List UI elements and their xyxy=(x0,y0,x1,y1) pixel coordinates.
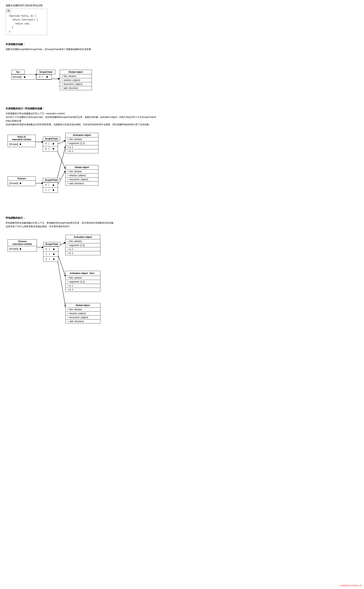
fun-scope-dot: ● xyxy=(24,75,26,79)
global-obj-1-row1: + window: (object) xyxy=(60,78,92,82)
closure-ctx-header: Closure execution context xyxy=(8,239,37,246)
section1-title: 外层函数的创建： xyxy=(6,43,157,46)
closure-header: Closure xyxy=(8,177,35,181)
section2: 外层函数的执行 / 闭包函数的创建： 外层函数执行时会创建建运行时上下文（exe… xyxy=(6,107,157,209)
sc2-row1: 0 ● xyxy=(43,146,58,151)
code-block: js function fun(a, b) { return function(… xyxy=(6,9,47,35)
fun-ctx-box: fun(1,2) execution context [[Scope]] ● xyxy=(7,135,36,147)
closure-box: Closure [[Scope]] ● xyxy=(7,176,36,186)
scopechain1-table: 0 ● xyxy=(37,74,52,79)
svg-line-4 xyxy=(56,150,65,169)
sc4-row0: 0 ● xyxy=(43,247,58,252)
fun-label: fun xyxy=(11,70,25,74)
scopechain3-table: 0 ● 1 ● xyxy=(43,183,58,193)
fun-ctx-header: fun(1,2) execution context xyxy=(8,135,35,142)
sc2-row0: 0 ● xyxy=(43,141,58,146)
section3-desc: 闭包函数同样会创建创建运行时上下文，将创建时的ScopeChain拷贝过来，其中… xyxy=(6,221,157,228)
sc3-row0: 0 ● xyxy=(43,183,58,188)
section1: 外层函数的创建： 函数中的属性scope指向ScopeChain，且ScopeC… xyxy=(6,43,157,99)
section1-desc: 函数中的属性scope指向ScopeChain，且ScopeChain保存了函数… xyxy=(6,47,157,51)
sc4-row2: 2 ● xyxy=(43,257,58,262)
fun-ctx-scope-row: [[Scope]] ● xyxy=(8,142,35,147)
activation-obj-3b-header: Activation object（fun） xyxy=(65,271,100,276)
scopechain1-row0: 0 ● xyxy=(37,74,52,79)
global-obj-2: Global object + this: window + window: (… xyxy=(65,165,98,185)
scopechain2-table: 0 ● 0 ● xyxy=(43,141,58,152)
section2-title: 外层函数的执行 / 闭包函数的创建： xyxy=(6,107,157,110)
global-obj-1: Global object + this: window + window: (… xyxy=(60,70,92,90)
activation-obj-3a: Activation object + this: window + argum… xyxy=(65,235,100,255)
sc4-row1: 1 ● xyxy=(43,252,58,257)
global-obj-1-row3: + add: (function) xyxy=(60,86,92,90)
activation-obj-3b: Activation object（fun） + this: window + … xyxy=(65,271,100,292)
scopechain2-label: ScopeChain xyxy=(43,137,60,141)
global-obj-3: Global object + this: window + window: (… xyxy=(65,303,100,324)
svg-line-11 xyxy=(57,256,65,307)
section3-title: 闭包函数的执行： xyxy=(6,216,157,220)
fun-scope-label: [[Scope]] xyxy=(12,76,23,78)
activation-obj-3a-header: Activation object xyxy=(65,235,100,239)
diagram2: fun(1,2) execution context [[Scope]] ● S… xyxy=(6,129,116,209)
svg-line-6 xyxy=(56,146,65,182)
global-obj-1-header: Global object xyxy=(60,70,92,74)
scopechain4-table: 0 ● 1 ● 2 ● xyxy=(43,246,58,262)
closure-ctx-box: Closure execution context [[Scope]] ● xyxy=(7,239,37,252)
closure-ctx-scope-row: [[Scope]] ● xyxy=(8,246,37,251)
sc3-row1: 1 ● xyxy=(43,188,58,192)
code-body: function fun(a, b) { return function() {… xyxy=(6,13,47,35)
diagram1: fun [[Scope]] ● ScopeChain 0 ● Global ob… xyxy=(6,54,112,99)
scopechain4-label: ScopeChain xyxy=(43,242,60,246)
section2-desc: 外层函数执行时会创建建运行时上下文（execution content） 运行时… xyxy=(6,112,157,126)
global-obj-1-row2: + document: (object) xyxy=(60,82,92,86)
global-obj-3-header: Global object xyxy=(65,303,100,308)
main-title: 函数从创建到消亡的内存变化过程 xyxy=(6,4,157,7)
fun-scope-row: [[Scope]] ● xyxy=(11,74,36,79)
scopechain3-label: ScopeChain xyxy=(43,178,60,182)
code-line-3: return a+b; xyxy=(9,22,44,26)
global-obj-2-header: Global object xyxy=(65,165,98,170)
code-line-5: } xyxy=(9,30,44,33)
scopechain1-label: ScopeChain xyxy=(37,70,55,74)
diagram3: Closure execution context [[Scope]] ● Sc… xyxy=(6,231,119,333)
closure-scope-row: [[Scope]] ● xyxy=(8,181,35,186)
code-line-1: function fun(a, b) { xyxy=(9,14,44,18)
code-line-4: } xyxy=(9,26,44,29)
global-obj-1-row0: + this: window xyxy=(60,74,92,78)
activation-obj-2: Activation object + this: window + argum… xyxy=(65,133,98,153)
intro-section: 函数从创建到消亡的内存变化过程 js function fun(a, b) { … xyxy=(6,4,157,35)
activation-obj-2-header: Activation object xyxy=(65,133,98,137)
section3: 闭包函数的执行： 闭包函数同样会创建创建运行时上下文，将创建时的ScopeCha… xyxy=(6,216,157,333)
code-tab: js xyxy=(6,9,11,13)
code-line-2: return function() { xyxy=(9,18,44,22)
